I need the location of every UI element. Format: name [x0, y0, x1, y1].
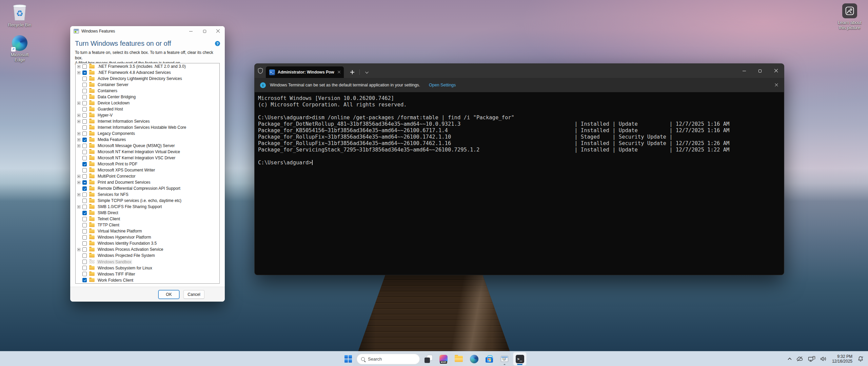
notification-bell-button[interactable]: z — [856, 353, 865, 365]
feature-checkbox[interactable] — [82, 180, 87, 185]
feature-checkbox[interactable] — [82, 211, 87, 215]
feature-checkbox[interactable] — [82, 125, 87, 130]
feature-checkbox[interactable] — [82, 199, 87, 203]
feature-row[interactable]: Windows Projected File System — [76, 252, 219, 259]
feature-row[interactable]: Microsoft XPS Document Writer — [76, 167, 219, 173]
feature-row[interactable]: MultiPoint Connector — [76, 173, 219, 179]
banner-close-icon[interactable] — [775, 83, 778, 87]
feature-row[interactable]: Internet Information Services — [76, 118, 219, 124]
feature-row[interactable]: Active Directory Lightweight Directory S… — [76, 76, 219, 82]
feature-row[interactable]: Windows TIFF IFilter — [76, 271, 219, 277]
feature-checkbox[interactable] — [82, 162, 87, 166]
feature-row[interactable]: Work Folders Client — [76, 277, 219, 283]
feature-checkbox[interactable] — [82, 205, 87, 209]
edge-desktop-icon[interactable]: ↗ Microsoft Edge — [5, 35, 34, 62]
expand-plus-icon[interactable] — [77, 144, 80, 147]
new-tab-button[interactable] — [347, 66, 358, 78]
feature-checkbox[interactable] — [82, 278, 87, 282]
dialog-titlebar[interactable]: Windows Features — [70, 26, 225, 36]
expand-plus-icon[interactable] — [77, 114, 80, 117]
feature-row[interactable]: SMB Direct — [76, 210, 219, 216]
feature-checkbox[interactable] — [82, 266, 87, 270]
terminal-tab[interactable]: Administrator: Windows Pow — [266, 66, 344, 78]
feature-row[interactable]: Remote Differential Compression API Supp… — [76, 185, 219, 191]
recycle-bin-icon[interactable]: ♻ Recycle Bin — [5, 3, 34, 27]
feature-row[interactable]: Windows Identity Foundation 3.5 — [76, 240, 219, 246]
expand-plus-icon[interactable] — [77, 102, 80, 105]
terminal-content[interactable]: Microsoft Windows [Version 10.0.26200.74… — [255, 92, 784, 169]
ok-button[interactable]: OK — [158, 290, 179, 299]
expand-plus-icon[interactable] — [77, 205, 80, 208]
help-icon[interactable]: ? — [215, 41, 220, 46]
feature-row[interactable]: Legacy Components — [76, 130, 219, 137]
feature-checkbox[interactable] — [82, 70, 87, 75]
feature-row[interactable]: Print and Document Services — [76, 179, 219, 185]
expand-plus-icon[interactable] — [77, 120, 80, 123]
feature-checkbox[interactable] — [82, 253, 87, 258]
feature-checkbox[interactable] — [82, 260, 87, 264]
features-tree[interactable]: .NET Framework 3.5 (includes .NET 2.0 an… — [75, 63, 220, 284]
feature-checkbox[interactable] — [82, 229, 87, 233]
terminal-minimize-button[interactable] — [736, 64, 752, 78]
feature-row[interactable]: Container Server — [76, 82, 219, 88]
feature-row[interactable]: Media Features — [76, 137, 219, 143]
feature-checkbox[interactable] — [82, 119, 87, 124]
feature-row[interactable]: Microsoft Message Queue (MSMQ) Server — [76, 143, 219, 149]
task-view-button[interactable] — [421, 352, 435, 366]
edge-button[interactable] — [467, 352, 481, 366]
open-settings-link[interactable]: Open Settings — [429, 83, 456, 87]
feature-row[interactable]: Windows Hypervisor Platform — [76, 234, 219, 240]
feature-checkbox[interactable] — [82, 64, 87, 69]
dialog-close-button[interactable] — [211, 26, 225, 36]
feature-checkbox[interactable] — [82, 150, 87, 154]
feature-checkbox[interactable] — [82, 247, 87, 252]
dialog-maximize-button[interactable] — [198, 26, 211, 36]
feature-checkbox[interactable] — [82, 113, 87, 118]
tab-dropdown-button[interactable] — [361, 66, 371, 78]
feature-checkbox[interactable] — [82, 192, 87, 197]
feature-row[interactable]: Windows Sandbox — [76, 259, 219, 265]
feature-row[interactable]: Guarded Host — [76, 106, 219, 112]
feature-checkbox[interactable] — [82, 95, 87, 99]
feature-row[interactable]: .NET Framework 3.5 (includes .NET 2.0 an… — [76, 63, 219, 69]
feature-row[interactable]: Data Center Bridging — [76, 94, 219, 100]
feature-row[interactable]: .NET Framework 4.8 Advanced Services — [76, 69, 219, 76]
feature-checkbox[interactable] — [82, 138, 87, 142]
feature-checkbox[interactable] — [82, 89, 87, 93]
feature-row[interactable]: Hyper-V — [76, 112, 219, 118]
taskbar-search[interactable]: Search — [357, 354, 420, 364]
feature-checkbox[interactable] — [82, 107, 87, 111]
expand-plus-icon[interactable] — [77, 181, 80, 184]
expand-plus-icon[interactable] — [77, 65, 80, 68]
feature-row[interactable]: Simple TCPIP services (i.e. echo, daytim… — [76, 198, 219, 204]
microsoft-store-button[interactable] — [482, 352, 496, 366]
feature-checkbox[interactable] — [82, 217, 87, 221]
feature-row[interactable]: Telnet Client — [76, 216, 219, 222]
copilot-button[interactable]: M365 — [437, 352, 450, 366]
terminal-maximize-button[interactable] — [752, 64, 768, 78]
expand-plus-icon[interactable] — [77, 132, 80, 135]
feature-row[interactable]: Internet Information Services Hostable W… — [76, 124, 219, 130]
feature-checkbox[interactable] — [82, 272, 87, 276]
feature-row[interactable]: Device Lockdown — [76, 100, 219, 106]
feature-row[interactable]: Virtual Machine Platform — [76, 228, 219, 234]
feature-row[interactable]: Services for NFS — [76, 191, 219, 198]
terminal-taskbar-button[interactable] — [513, 352, 527, 366]
file-explorer-button[interactable] — [452, 352, 466, 366]
feature-checkbox[interactable] — [82, 77, 87, 81]
dialog-minimize-button[interactable] — [184, 26, 198, 36]
volume-tray-button[interactable] — [818, 353, 829, 365]
feature-row[interactable]: Microsoft Print to PDF — [76, 161, 219, 167]
terminal-tabbar[interactable]: Administrator: Windows Pow — [255, 64, 784, 78]
tray-overflow-button[interactable] — [786, 353, 793, 365]
network-tray-button[interactable] — [806, 353, 817, 365]
feature-row[interactable]: TFTP Client — [76, 222, 219, 228]
onedrive-tray-button[interactable] — [795, 353, 805, 365]
feature-row[interactable]: SMB 1.0/CIFS File Sharing Support — [76, 204, 219, 210]
feature-checkbox[interactable] — [82, 168, 87, 172]
feature-row[interactable]: Microsoft NT Kernel Integration Virtual … — [76, 149, 219, 155]
feature-checkbox[interactable] — [82, 235, 87, 240]
start-button[interactable] — [341, 352, 355, 366]
feature-checkbox[interactable] — [82, 144, 87, 148]
windows-features-taskbar-button[interactable] — [498, 352, 511, 366]
